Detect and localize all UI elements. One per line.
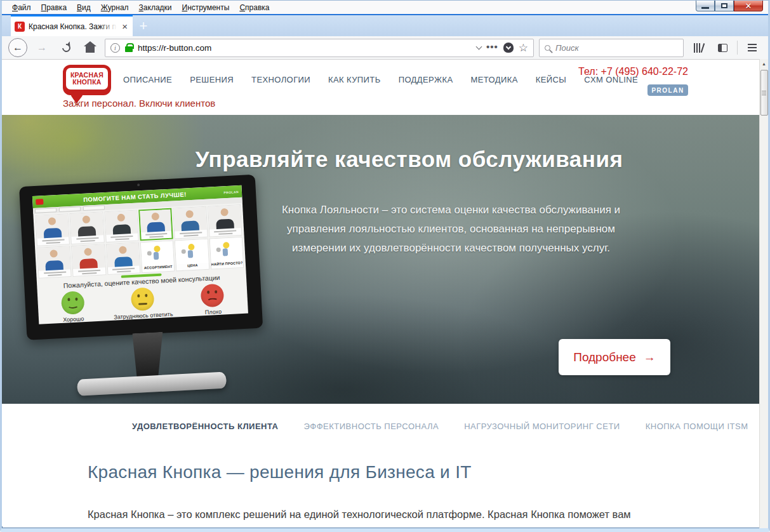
library-button[interactable] xyxy=(689,38,708,57)
bookmark-star-icon[interactable]: ☆ xyxy=(519,41,528,55)
close-button[interactable]: ✕ xyxy=(734,1,763,11)
hero-title: Управляйте качеством обслуживания xyxy=(84,147,734,172)
nav-item-description[interactable]: ОПИСАНИЕ xyxy=(123,75,172,84)
hamburger-icon xyxy=(748,44,757,51)
monitor-bezel: ПОМОГИТЕ НАМ СТАТЬ ЛУЧШЕ! PROLAN АССОРТИ… xyxy=(19,175,263,340)
kiosk-brand: PROLAN xyxy=(223,190,239,194)
menu-bookmarks[interactable]: Закладки xyxy=(134,2,177,13)
menu-file[interactable]: Файл xyxy=(7,2,36,13)
maximize-button[interactable] xyxy=(715,1,734,11)
scrollbar-up-icon[interactable]: ▲ xyxy=(760,59,768,69)
category-card[interactable]: ЦЕНА xyxy=(175,239,209,272)
page-scrollbar[interactable]: ▲ xyxy=(759,59,768,528)
search-icon xyxy=(545,45,550,51)
nav-item-how-to-buy[interactable]: КАК КУПИТЬ xyxy=(328,75,381,84)
rating-good[interactable]: Хорошо xyxy=(61,291,86,323)
pocket-icon[interactable] xyxy=(503,43,514,53)
menu-bar: Файл Правка Вид Журнал Закладки Инструме… xyxy=(2,1,768,14)
kiosk-screen: ПОМОГИТЕ НАМ СТАТЬ ЛУЧШЕ! PROLAN АССОРТИ… xyxy=(32,185,248,324)
menu-tools[interactable]: Инструменты xyxy=(177,2,235,13)
menu-edit[interactable]: Правка xyxy=(36,2,72,13)
reload-icon xyxy=(60,42,72,53)
nav-item-solutions[interactable]: РЕШЕНИЯ xyxy=(190,75,234,84)
url-text[interactable]: https://r-button.com xyxy=(138,43,472,53)
hero-section: Управляйте качеством обслуживания Кнопка… xyxy=(2,115,759,404)
reload-button[interactable] xyxy=(56,38,76,57)
hero-description: Кнопка Лояльности – это система оценки к… xyxy=(272,201,630,257)
navigation-toolbar: ← → i https://r-button.com ••• ☆ Поиск xyxy=(2,36,768,60)
content-section: Красная Кнопка — решения для Бизнеса и I… xyxy=(2,448,759,526)
staff-photo xyxy=(70,213,103,237)
staff-photo-card[interactable] xyxy=(106,243,141,276)
menu-button[interactable] xyxy=(743,38,762,57)
toolbar-divider xyxy=(737,41,738,55)
tab-bar: К Красная Кнопка. Зажги персо × + xyxy=(2,15,768,36)
staff-photo-card[interactable] xyxy=(37,246,72,279)
browser-tab-active[interactable]: К Красная Кнопка. Зажги персо × xyxy=(11,15,133,36)
staff-photo xyxy=(37,247,70,272)
staff-photo-card[interactable] xyxy=(71,244,106,277)
search-bar[interactable]: Поиск xyxy=(539,39,684,57)
logo-line2: КНОПКА xyxy=(72,79,102,86)
staff-photo xyxy=(105,211,138,236)
prolan-badge[interactable]: PROLAN xyxy=(647,84,688,96)
category-illustration xyxy=(209,237,242,263)
sidebar-button[interactable] xyxy=(713,38,732,57)
staff-photo xyxy=(174,207,207,232)
neutral-face-icon[interactable] xyxy=(131,287,155,311)
staff-photo-card[interactable] xyxy=(208,204,242,237)
category-card[interactable]: АССОРТИМЕНТ xyxy=(140,241,175,274)
staff-photo xyxy=(107,243,140,268)
minimize-button[interactable] xyxy=(696,1,715,11)
tab-itsm-help-button[interactable]: КНОПКА ПОМОЩИ ITSM xyxy=(646,422,748,431)
browser-window: Файл Правка Вид Журнал Закладки Инструме… xyxy=(0,0,770,532)
more-details-button[interactable]: Подробнее → xyxy=(559,339,670,375)
staff-photo-card[interactable] xyxy=(173,206,208,239)
home-button[interactable] xyxy=(81,38,100,57)
staff-photo-card[interactable] xyxy=(70,212,105,245)
back-button[interactable]: ← xyxy=(8,38,27,57)
page-actions-icon[interactable]: ••• xyxy=(486,41,498,52)
web-page: КРАСНАЯ КНОПКА ОПИСАНИЕ РЕШЕНИЯ ТЕХНОЛОГ… xyxy=(2,60,759,526)
minimize-icon xyxy=(701,7,709,9)
nav-item-cases[interactable]: КЕЙСЫ xyxy=(536,75,566,84)
staff-photo xyxy=(72,245,105,270)
phone-number[interactable]: Тел: +7 (495) 640-22-72 xyxy=(578,66,688,77)
rating-good-label: Хорошо xyxy=(63,316,84,323)
site-logo[interactable]: КРАСНАЯ КНОПКА xyxy=(63,65,111,95)
tab-network-monitoring[interactable]: НАГРУЗОЧНЫЙ МОНИТОРИНГ СЕТИ xyxy=(464,422,620,431)
staff-photo-card[interactable] xyxy=(104,210,139,243)
new-tab-button[interactable]: + xyxy=(133,15,154,36)
sad-face-icon[interactable] xyxy=(201,284,225,308)
menu-history[interactable]: Журнал xyxy=(96,2,134,13)
tab-staff-efficiency[interactable]: ЭФФЕКТИВНОСТЬ ПЕРСОНАЛА xyxy=(303,422,439,431)
category-card[interactable]: НАЙТИ ПРОСТО? xyxy=(209,237,244,270)
menu-help[interactable]: Справка xyxy=(234,2,274,13)
rating-bad[interactable]: Плохо xyxy=(201,284,225,316)
url-bar[interactable]: i https://r-button.com ••• ☆ xyxy=(105,39,534,57)
nav-item-technologies[interactable]: ТЕХНОЛОГИИ xyxy=(251,75,310,84)
rating-bad-label: Плохо xyxy=(205,309,222,316)
site-tagline: Зажги персонал. Включи клиентов xyxy=(63,98,215,109)
staff-photo-card[interactable] xyxy=(138,208,173,241)
tab-title: Красная Кнопка. Зажги персо xyxy=(29,22,117,31)
happy-face-icon[interactable] xyxy=(61,291,85,315)
staff-photo-card[interactable] xyxy=(35,214,70,247)
forward-button[interactable]: → xyxy=(32,38,51,57)
rating-neutral[interactable]: Затрудняюсь ответить xyxy=(112,286,173,321)
menu-view[interactable]: Вид xyxy=(72,2,96,13)
page-info-icon[interactable]: i xyxy=(110,43,120,53)
site-nav: ОПИСАНИЕ РЕШЕНИЯ ТЕХНОЛОГИИ КАК КУПИТЬ П… xyxy=(123,75,638,84)
nav-item-methodology[interactable]: МЕТОДИКА xyxy=(470,75,517,84)
logo-text: КРАСНАЯ КНОПКА xyxy=(66,68,108,90)
tab-customer-satisfaction[interactable]: УДОВЛЕТВОРЁННОСТЬ КЛИЕНТА xyxy=(132,422,278,431)
https-lock-icon[interactable] xyxy=(125,46,133,52)
staff-photo xyxy=(36,215,69,239)
scrollbar-thumb[interactable] xyxy=(760,70,768,116)
url-dropdown-icon[interactable] xyxy=(476,44,482,50)
nav-item-support[interactable]: ПОДДЕРЖКА xyxy=(399,75,453,84)
cta-label: Подробнее xyxy=(573,350,636,364)
window-controls: ✕ xyxy=(696,1,763,11)
search-placeholder[interactable]: Поиск xyxy=(555,43,579,53)
tab-close-icon[interactable]: × xyxy=(121,21,129,32)
